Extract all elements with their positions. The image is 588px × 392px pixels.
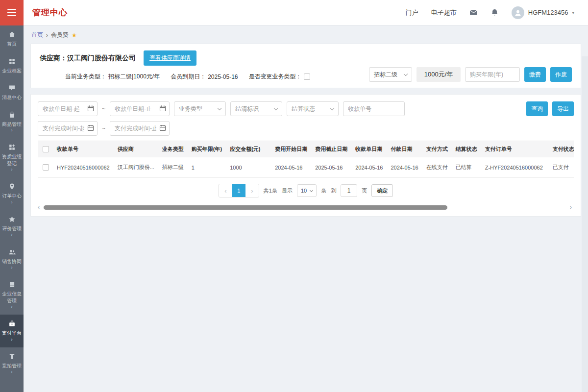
chevron-down-icon <box>404 72 408 75</box>
sidebar-item-sales-collaboration[interactable]: 销售协同› <box>0 243 24 276</box>
col-pay-order-no: 支付订单号 <box>481 141 549 157</box>
pay-time-from-field[interactable] <box>38 121 98 136</box>
col-business-type: 业务类型 <box>158 141 188 157</box>
chevron-down-icon <box>274 106 278 110</box>
purchase-years-input[interactable] <box>465 67 520 82</box>
bell-icon[interactable] <box>490 8 499 17</box>
mail-icon[interactable] <box>469 8 478 17</box>
clear-flag-filter-select[interactable]: 结清标识 <box>230 101 282 116</box>
col-amount-due: 应交金额(元) <box>226 141 271 157</box>
chevron-down-icon <box>218 106 221 110</box>
table-header-row: 收款单号 供应商 业务类型 购买年限(年) 应交金额(元) 费用开始日期 费用截… <box>38 141 574 157</box>
sidebar-item-order-center[interactable]: 订单中心› <box>0 177 24 210</box>
current-business-type-value: 招标二级|1000元/年 <box>108 73 160 81</box>
users-icon <box>8 248 16 256</box>
cell-fee-start-date: 2024-05-16 <box>271 157 311 178</box>
void-button[interactable]: 作废 <box>550 67 572 82</box>
sidebar-item-payment-platform[interactable]: 支付平台› <box>0 315 24 347</box>
sidebar-item-company-info[interactable]: 企业信息管理› <box>0 275 24 315</box>
briefcase-icon <box>8 320 16 327</box>
e-mall-link[interactable]: 电子超市 <box>431 8 457 17</box>
location-pin-icon <box>8 183 16 190</box>
sidebar: 首页 企业档案 消息中心 商品管理› 资质业绩登记› 订单中心› 评价管理› 销… <box>0 25 24 392</box>
goto-page-input[interactable] <box>341 184 357 197</box>
user-menu[interactable]: HGFM123456 ▾ <box>512 6 574 19</box>
page-size-select[interactable]: 10 <box>297 184 317 197</box>
scroll-right-arrow[interactable]: › <box>570 204 574 210</box>
grid-plus-icon <box>8 144 16 151</box>
page-scrollbar[interactable] <box>582 56 588 392</box>
home-icon <box>8 31 16 38</box>
pay-time-to-field[interactable] <box>110 121 170 136</box>
sidebar-item-qualification-register[interactable]: 资质业绩登记› <box>0 138 24 177</box>
sidebar-item-auction-management[interactable]: 竞拍管理› <box>0 347 24 380</box>
to-label: 到 <box>331 187 336 195</box>
cell-receipt-date: 2024-05-16 <box>351 157 387 178</box>
shopping-bag-icon <box>8 111 16 119</box>
page-label: 页 <box>362 187 367 195</box>
star-icon <box>8 216 16 223</box>
col-pay-date: 付款日期 <box>387 141 422 157</box>
change-business-type-checkbox[interactable] <box>304 74 310 80</box>
select-all-checkbox[interactable] <box>43 146 49 152</box>
sidebar-item-goods-management[interactable]: 商品管理› <box>0 106 24 139</box>
settle-status-filter-select[interactable]: 结算状态 <box>287 101 339 116</box>
chevron-down-icon <box>310 188 313 192</box>
col-fee-start-date: 费用开始日期 <box>271 141 311 157</box>
membership-fee-table: 收款单号 供应商 业务类型 购买年限(年) 应交金额(元) 费用开始日期 费用截… <box>38 141 574 178</box>
sidebar-item-home[interactable]: 首页 <box>0 25 24 52</box>
cell-settle-status: 已结算 <box>452 157 481 178</box>
cell-amount-due: 1000 <box>226 157 271 178</box>
price-per-year: 1000元/年 <box>416 67 461 82</box>
col-receipt-no: 收款单号 <box>53 141 114 157</box>
search-button[interactable]: 查询 <box>526 101 548 116</box>
table-row: HYF20240516000062 汉工阀门股份... 招标二级 1 1000 … <box>38 157 574 178</box>
menu-toggle-button[interactable] <box>0 0 24 25</box>
chevron-down-icon <box>330 106 334 110</box>
show-label: 显示 <box>282 187 293 195</box>
scrollbar-track <box>44 205 568 210</box>
message-icon <box>8 84 16 92</box>
change-business-type-label: 是否变更业务类型： <box>249 73 302 81</box>
pay-button[interactable]: 缴费 <box>524 67 546 82</box>
page-1-button[interactable]: 1 <box>232 184 245 197</box>
breadcrumb: 首页 › 会员费 ★ <box>24 25 588 44</box>
receipt-date-to-input[interactable] <box>110 101 170 116</box>
receipt-date-from-field[interactable] <box>38 101 98 116</box>
export-button[interactable]: 导出 <box>552 101 574 116</box>
sidebar-item-review-management[interactable]: 评价管理› <box>0 210 24 243</box>
book-icon <box>8 281 16 288</box>
col-settle-status: 结算状态 <box>452 141 481 157</box>
portal-link[interactable]: 门户 <box>406 8 418 17</box>
membership-expire-value: 2025-05-16 <box>208 74 238 80</box>
business-type-filter-select[interactable]: 业务类型 <box>174 101 226 116</box>
next-page-button[interactable]: › <box>245 184 259 197</box>
receipt-no-input[interactable] <box>343 101 405 116</box>
supplier-title: 供应商：汉工阀门股份有限公司 <box>40 54 136 63</box>
cell-business-type: 招标二级 <box>158 157 188 178</box>
pay-time-to-input[interactable] <box>110 121 170 136</box>
view-supplier-detail-button[interactable]: 查看供应商详情 <box>144 50 196 66</box>
table-viewport: 收款单号 供应商 业务类型 购买年限(年) 应交金额(元) 费用开始日期 费用截… <box>38 141 574 178</box>
row-checkbox[interactable] <box>43 164 49 171</box>
receipt-date-to-field[interactable] <box>110 101 170 116</box>
cell-fee-end-date: 2025-05-16 <box>311 157 351 178</box>
scroll-left-arrow[interactable]: ‹ <box>38 204 42 210</box>
total-count: 共1条 <box>264 187 277 195</box>
sidebar-item-company-archive[interactable]: 企业档案 <box>0 52 24 79</box>
sidebar-item-message-center[interactable]: 消息中心 <box>0 79 24 106</box>
favorite-star-icon[interactable]: ★ <box>72 32 77 39</box>
prev-page-button[interactable]: ‹ <box>219 184 232 197</box>
business-type-select[interactable]: 招标二级 <box>369 67 412 82</box>
cell-pay-date: 2024-05-16 <box>387 157 422 178</box>
range-tilde: ~ <box>102 125 105 132</box>
breadcrumb-home-link[interactable]: 首页 <box>31 31 43 39</box>
supplier-panel: 供应商：汉工阀门股份有限公司 查看供应商详情 当前业务类型： 招标二级|1000… <box>30 44 581 88</box>
membership-expire-label: 会员到期日： <box>171 73 206 81</box>
pay-time-from-input[interactable] <box>38 121 98 136</box>
receipt-date-from-input[interactable] <box>38 101 98 116</box>
horizontal-scrollbar: ‹ › <box>38 204 574 210</box>
grid-icon <box>8 58 16 65</box>
confirm-button[interactable]: 确定 <box>371 184 393 197</box>
scrollbar-thumb[interactable] <box>44 205 447 210</box>
